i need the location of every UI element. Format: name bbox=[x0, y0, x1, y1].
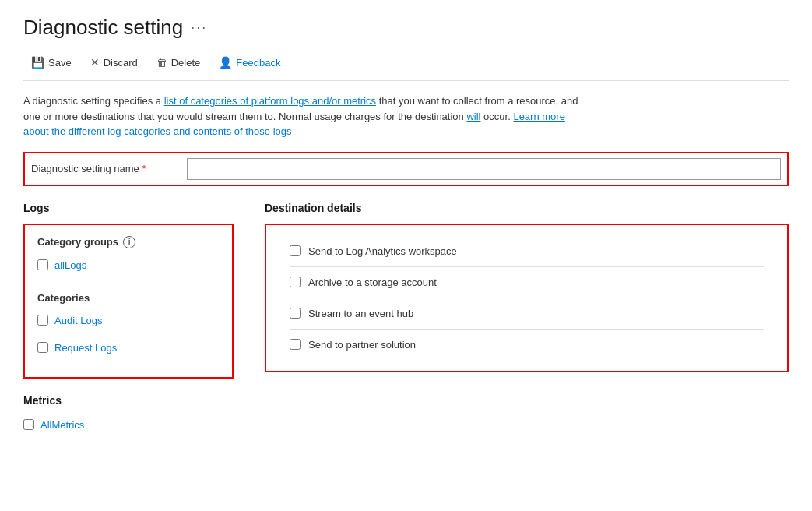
field-label-text: Diagnostic setting name bbox=[31, 163, 139, 174]
all-metrics-label[interactable]: AllMetrics bbox=[40, 419, 84, 431]
desc-link-will[interactable]: will bbox=[466, 111, 480, 122]
destination-bordered-box: Send to Log Analytics workspace Archive … bbox=[265, 224, 789, 372]
categories-label: Categories bbox=[37, 292, 90, 304]
discard-icon: ✕ bbox=[90, 56, 100, 69]
destination-title: Destination details bbox=[265, 202, 789, 214]
audit-logs-row: Audit Logs bbox=[37, 312, 220, 330]
metrics-title: Metrics bbox=[23, 394, 234, 407]
partner-solution-label[interactable]: Send to partner solution bbox=[308, 339, 416, 351]
title-text: Diagnostic setting bbox=[23, 16, 183, 40]
field-label: Diagnostic setting name * bbox=[31, 163, 187, 174]
discard-label: Discard bbox=[104, 57, 138, 69]
allLogs-checkbox[interactable] bbox=[37, 259, 48, 270]
log-analytics-row: Send to Log Analytics workspace bbox=[279, 236, 775, 266]
storage-account-row: Archive to a storage account bbox=[279, 267, 775, 298]
delete-label: Delete bbox=[171, 57, 201, 69]
logs-title: Logs bbox=[23, 202, 234, 214]
log-analytics-label[interactable]: Send to Log Analytics workspace bbox=[308, 245, 457, 257]
desc-link1[interactable]: list of categories of platform logs and/… bbox=[164, 95, 376, 107]
info-icon[interactable]: i bbox=[123, 236, 135, 248]
description-text: A diagnostic setting specifies a list of… bbox=[23, 93, 592, 139]
partner-solution-checkbox[interactable] bbox=[290, 339, 301, 350]
allLogs-row: allLogs bbox=[37, 256, 220, 274]
request-logs-checkbox[interactable] bbox=[37, 342, 48, 353]
feedback-label: Feedback bbox=[236, 57, 280, 69]
divider-categories bbox=[37, 284, 220, 284]
logs-panel: Logs Category groups i allLogs Categorie… bbox=[23, 202, 234, 443]
desc-text1: A diagnostic setting specifies a bbox=[23, 95, 164, 107]
allLogs-label[interactable]: allLogs bbox=[54, 259, 86, 271]
diagnostic-name-input[interactable] bbox=[187, 158, 781, 180]
partner-solution-row: Send to partner solution bbox=[279, 330, 775, 360]
delete-icon: 🗑 bbox=[156, 56, 167, 69]
all-metrics-row: AllMetrics bbox=[23, 416, 234, 434]
event-hub-label[interactable]: Stream to an event hub bbox=[308, 308, 413, 319]
audit-logs-label[interactable]: Audit Logs bbox=[54, 315, 102, 326]
save-button[interactable]: 💾 Save bbox=[23, 52, 79, 72]
logs-bordered-box: Category groups i allLogs Categories Aud… bbox=[23, 224, 234, 379]
storage-account-label[interactable]: Archive to a storage account bbox=[308, 277, 437, 288]
desc-text3: occur. bbox=[480, 111, 513, 122]
log-analytics-checkbox[interactable] bbox=[290, 245, 301, 256]
required-indicator: * bbox=[142, 163, 146, 174]
event-hub-row: Stream to an event hub bbox=[279, 298, 775, 329]
metrics-section: Metrics AllMetrics bbox=[23, 394, 234, 434]
title-dots: ··· bbox=[191, 19, 207, 36]
request-logs-label[interactable]: Request Logs bbox=[54, 342, 117, 354]
destination-panel: Destination details Send to Log Analytic… bbox=[265, 202, 789, 443]
category-groups-header: Category groups i bbox=[37, 236, 220, 248]
feedback-icon: 👤 bbox=[219, 56, 232, 69]
diagnostic-setting-name-field: Diagnostic setting name * bbox=[23, 152, 789, 186]
feedback-button[interactable]: 👤 Feedback bbox=[211, 52, 288, 72]
page-title: Diagnostic setting ··· bbox=[23, 16, 789, 40]
category-groups-label: Category groups bbox=[37, 236, 118, 248]
storage-account-checkbox[interactable] bbox=[290, 277, 301, 287]
save-icon: 💾 bbox=[31, 56, 44, 69]
request-logs-row: Request Logs bbox=[37, 339, 220, 357]
all-metrics-checkbox[interactable] bbox=[23, 419, 34, 430]
audit-logs-checkbox[interactable] bbox=[37, 315, 48, 326]
save-label: Save bbox=[48, 57, 72, 69]
categories-header: Categories bbox=[37, 292, 220, 304]
toolbar: 💾 Save ✕ Discard 🗑 Delete 👤 Feedback bbox=[23, 52, 789, 81]
event-hub-checkbox[interactable] bbox=[290, 308, 301, 319]
discard-button[interactable]: ✕ Discard bbox=[83, 52, 146, 72]
main-layout: Logs Category groups i allLogs Categorie… bbox=[23, 202, 789, 443]
delete-button[interactable]: 🗑 Delete bbox=[149, 52, 209, 72]
